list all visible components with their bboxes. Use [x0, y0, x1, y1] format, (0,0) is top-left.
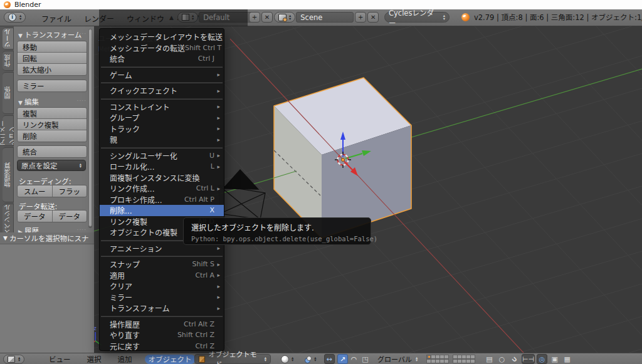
shelf-tab[interactable]: アニメーション [3, 115, 14, 146]
proportional-edit-icon[interactable]: ○ [497, 354, 507, 364]
add-scene-button[interactable]: + [355, 12, 366, 23]
panel-drag-icon[interactable]: ···· [77, 31, 87, 37]
menu-item[interactable]: 操作履歴 Ctrl Alt Z [100, 319, 224, 330]
viewport-menu-item[interactable]: オブジェクト [145, 355, 196, 364]
menu-item[interactable]: 親 [100, 134, 224, 145]
stepper-icon [80, 163, 82, 169]
menu-item[interactable]: ゲーム [100, 70, 224, 81]
shelf-button[interactable]: 回転 [18, 53, 87, 64]
menu-item[interactable]: メッシュデータの転送 Shift Ctrl T [100, 43, 224, 54]
tool-shelf-tabs: ツール作成関係アニメーション物理演算グリースペンシル [0, 26, 14, 232]
menu-item[interactable]: クリア [100, 281, 224, 292]
lock-to-scene-icon[interactable]: ▤ [484, 354, 495, 364]
manipulator-scale-icon[interactable]: ◳ [360, 354, 371, 364]
mode-dropdown[interactable]: オブジェクトモード [194, 354, 271, 364]
layers-widget[interactable] [426, 355, 448, 363]
manipulator-translate-icon[interactable]: ↗ [337, 354, 348, 364]
menu-item[interactable]: シングルユーザー化 U [100, 150, 224, 162]
layers-widget[interactable] [453, 355, 475, 363]
viewport-shading-dropdown[interactable] [277, 354, 297, 364]
shading-button[interactable]: フラッ [53, 185, 87, 197]
panel-expand-icon: ▼ [18, 100, 23, 106]
menu-item[interactable]: コンストレイント [100, 101, 224, 113]
shelf-button[interactable]: 拡大縮小 [18, 64, 87, 75]
menu-item[interactable]: ミラー [100, 292, 224, 303]
data-transfer-button[interactable]: データ [53, 211, 87, 222]
menu-item[interactable]: スナップ Shift S [100, 259, 224, 270]
menu-item[interactable]: トラック [100, 123, 224, 135]
shelf-scrollbar[interactable] [88, 29, 92, 228]
pivot-point-dropdown[interactable] [301, 354, 320, 364]
submenu-arrow-icon [214, 294, 220, 300]
manipulator-toggle[interactable]: ↔ [324, 354, 335, 364]
shelf-button[interactable]: 移動 [18, 41, 87, 53]
menu-item[interactable]: トランスフォーム [100, 303, 224, 314]
submenu-arrow-icon [214, 305, 220, 311]
panel-header-edit[interactable]: ▼編集 [18, 96, 39, 107]
menu-item[interactable]: クイックエフェクト [100, 85, 224, 96]
editor-type-selector[interactable]: i [4, 12, 26, 23]
menu-item[interactable]: 元に戻す Ctrl Z [100, 341, 224, 352]
add-layout-button[interactable]: + [249, 12, 260, 23]
menu-item[interactable] [100, 145, 224, 150]
menu-item[interactable] [100, 314, 224, 319]
menu-item[interactable]: 面複製インスタンスに変換 [100, 172, 224, 184]
close-scene-button[interactable]: ✕ [367, 12, 379, 23]
viewport-menu-item[interactable]: ビュー [45, 355, 75, 364]
menu-item[interactable]: 削除... X [100, 205, 224, 216]
menu-item[interactable]: リンク作成... Ctrl L [100, 183, 224, 194]
menu-item[interactable]: メッシュデータレイアウトを転送 [100, 31, 224, 43]
operator-panel-header[interactable]: ▼ カーソルを選択物にスナ [0, 232, 94, 244]
snap-increment-icon[interactable]: ⊢⊣ [522, 354, 535, 364]
shelf-tab[interactable]: 物理演算 [3, 147, 14, 202]
stepper-icon [416, 356, 418, 362]
shading-button[interactable]: スムー [18, 185, 53, 197]
menu-item[interactable]: 統合 Ctrl J [100, 53, 224, 65]
menu-item[interactable]: 適用 Ctrl A [100, 270, 224, 281]
shelf-button[interactable]: リンク複製 [18, 119, 87, 130]
viewport-menu-item[interactable]: 選択 [83, 355, 105, 364]
menu-item[interactable]: グループ [100, 112, 224, 123]
stepper-icon [289, 14, 291, 20]
menu-item[interactable]: やり直す Shift Ctrl Z [100, 330, 224, 341]
header-menu-item[interactable]: ファイル [35, 12, 78, 25]
viewport-menu-item[interactable]: 追加 [114, 355, 136, 364]
menu-item[interactable] [100, 65, 224, 70]
scene-name-field[interactable]: Scene [296, 12, 354, 23]
shelf-tab[interactable]: ツール [3, 28, 14, 49]
layer-cell[interactable] [470, 355, 475, 359]
menu-item[interactable] [100, 80, 224, 85]
menu-item[interactable]: ローカル化... L [100, 161, 224, 172]
panel-drag-icon[interactable]: ···· [77, 98, 87, 104]
viewport-header: ビュー選択追加オブジェクト オブジェクトモード ↔ [0, 353, 642, 364]
render-engine-dropdown[interactable]: Cyclesレンダー [384, 12, 450, 23]
join-button[interactable]: 統合 [18, 146, 87, 157]
menu-item[interactable] [100, 96, 224, 101]
shelf-button[interactable]: 削除 [18, 130, 87, 142]
close-layout-button[interactable]: ✕ [261, 12, 273, 23]
scene-browse-button[interactable] [274, 12, 295, 23]
opengl-anim-icon[interactable]: ▦ [562, 354, 572, 364]
menu-item[interactable]: プロキシ作成... Ctrl Alt P [100, 194, 224, 205]
shelf-tab[interactable]: 関係 [3, 72, 14, 114]
set-origin-dropdown[interactable]: 原点を設定 [17, 160, 86, 171]
submenu-arrow-icon [214, 103, 220, 110]
menu-item[interactable] [100, 254, 224, 259]
snap-magnet-icon[interactable]: ∪ [509, 354, 520, 364]
shelf-tab[interactable]: 作成 [3, 51, 14, 71]
opengl-render-icon[interactable]: ▣ [549, 354, 560, 364]
snap-target-icon[interactable]: ◎ [537, 354, 547, 364]
data-transfer-button[interactable]: データ [18, 211, 53, 222]
orientation-dropdown[interactable]: グローバル [374, 354, 421, 364]
layer-cell[interactable] [444, 355, 449, 359]
manipulator-rotate-icon[interactable]: ◠ [349, 354, 359, 364]
shelf-button[interactable]: 複製 [18, 108, 87, 119]
layer-cell[interactable] [470, 359, 475, 363]
submenu-arrow-icon [214, 88, 220, 94]
cube-object[interactable] [274, 78, 411, 238]
layer-cell[interactable] [444, 359, 449, 363]
panel-header-transform[interactable]: ▼トランスフォーム [18, 29, 82, 39]
orientation-label: グローバル [377, 354, 412, 364]
mirror-button[interactable]: ミラー [18, 80, 87, 91]
editor-type-selector[interactable] [3, 355, 24, 364]
